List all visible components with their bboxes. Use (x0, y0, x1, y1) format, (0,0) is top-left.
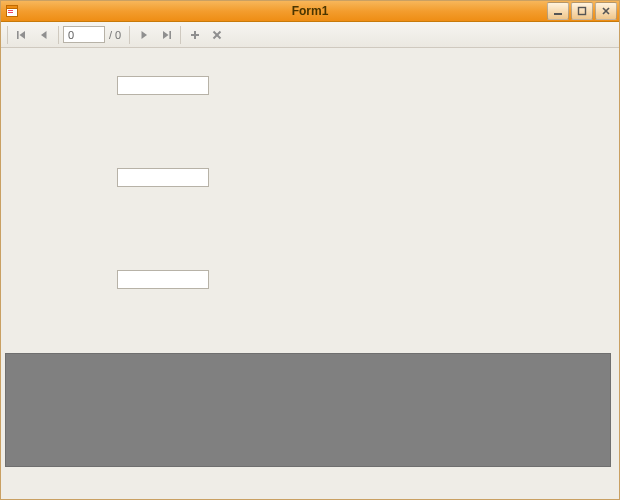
binding-navigator: / 0 (1, 22, 619, 48)
form-icon (5, 4, 19, 18)
svg-marker-11 (142, 31, 148, 39)
data-grid-view[interactable] (5, 353, 611, 467)
window-controls (545, 2, 619, 20)
close-button[interactable] (595, 2, 617, 20)
move-previous-button[interactable] (34, 25, 54, 45)
move-previous-icon (38, 29, 50, 41)
toolbar-separator (180, 26, 181, 44)
svg-rect-8 (17, 31, 19, 39)
textbox-2[interactable] (117, 168, 209, 187)
svg-rect-4 (554, 13, 562, 15)
minimize-button[interactable] (547, 2, 569, 20)
svg-marker-9 (20, 31, 26, 39)
add-new-button[interactable] (185, 25, 205, 45)
svg-rect-13 (170, 31, 172, 39)
window-frame: Form1 (0, 0, 620, 500)
svg-rect-2 (8, 10, 13, 11)
delete-button[interactable] (207, 25, 227, 45)
svg-marker-10 (41, 31, 47, 39)
move-next-button[interactable] (134, 25, 154, 45)
textbox-3[interactable] (117, 270, 209, 289)
svg-rect-3 (8, 12, 13, 13)
toolbar-separator (129, 26, 130, 44)
svg-rect-1 (7, 6, 18, 9)
form-client-area (1, 48, 619, 499)
window-title: Form1 (1, 4, 619, 18)
move-next-icon (138, 29, 150, 41)
count-label: / 0 (109, 29, 121, 41)
move-first-button[interactable] (12, 25, 32, 45)
maximize-button[interactable] (571, 2, 593, 20)
svg-rect-5 (579, 8, 586, 15)
svg-marker-12 (163, 31, 169, 39)
minimize-icon (553, 6, 563, 16)
title-bar: Form1 (1, 1, 619, 22)
svg-rect-15 (191, 34, 199, 36)
toolbar-separator (58, 26, 59, 44)
position-textbox[interactable] (63, 26, 105, 43)
add-new-icon (189, 29, 201, 41)
textbox-1[interactable] (117, 76, 209, 95)
close-icon (601, 6, 611, 16)
toolbar-separator (7, 26, 8, 44)
move-last-icon (160, 29, 172, 41)
maximize-icon (577, 6, 587, 16)
move-last-button[interactable] (156, 25, 176, 45)
move-first-icon (16, 29, 28, 41)
delete-icon (211, 29, 223, 41)
